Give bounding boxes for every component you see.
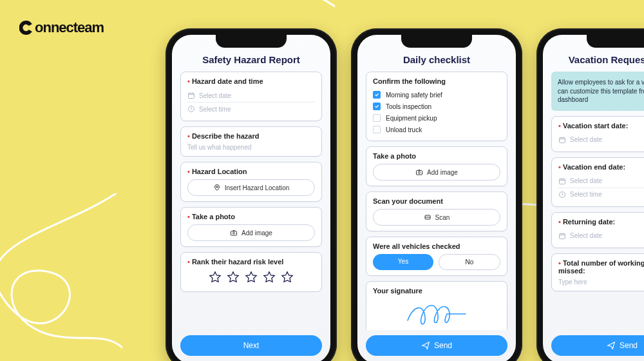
confirm-label: Confirm the following xyxy=(373,77,500,85)
end-date-input[interactable]: Select date xyxy=(558,175,644,188)
photo-label: Take a photo xyxy=(373,152,500,160)
star-rating[interactable] xyxy=(187,269,315,286)
add-image-button[interactable]: Add image xyxy=(187,224,315,241)
checkbox-icon xyxy=(373,102,381,110)
end-time-placeholder: Select time xyxy=(570,191,601,198)
field-label-hazard-datetime: Hazard date and time xyxy=(187,77,315,85)
camera-icon xyxy=(230,229,238,237)
checkbox-label: Equipment pickup xyxy=(386,115,437,122)
add-image-label: Add image xyxy=(427,169,458,176)
phone-notch xyxy=(587,35,644,48)
checkbox-icon xyxy=(373,91,381,99)
phone-vacation-request: Vacation Request Form Allow employees to… xyxy=(536,28,644,361)
phone-notch xyxy=(401,35,472,48)
checkbox-morning-brief[interactable]: Morning safety brief xyxy=(373,89,500,101)
end-time-input[interactable]: Select time xyxy=(558,188,644,201)
checkbox-tools-inspection[interactable]: Tools inspection xyxy=(373,101,500,112)
start-date-input[interactable]: Select date xyxy=(558,133,644,146)
page-title: Safety Hazard Report xyxy=(180,54,322,65)
svg-point-3 xyxy=(216,186,218,188)
scan-btn-label: Scan xyxy=(435,214,450,221)
start-date-label: Vacation start date: xyxy=(558,122,644,130)
svg-rect-4 xyxy=(231,231,237,236)
calendar-icon xyxy=(558,136,566,144)
send-button[interactable]: Send xyxy=(551,335,644,356)
send-icon xyxy=(421,341,430,350)
next-button[interactable]: Next xyxy=(180,335,322,356)
start-date-placeholder: Select date xyxy=(570,136,602,143)
select-date-placeholder: Select date xyxy=(199,92,231,99)
camera-icon xyxy=(415,168,423,176)
star-icon[interactable] xyxy=(227,271,240,284)
return-date-placeholder: Select date xyxy=(570,232,602,239)
checkbox-icon xyxy=(373,114,381,122)
signature-label: Your signature xyxy=(373,287,500,295)
location-input[interactable]: Insert Hazard Location xyxy=(187,179,315,196)
yes-button[interactable]: Yes xyxy=(373,254,433,270)
field-label-describe: Describe the hazard xyxy=(187,132,315,140)
svg-rect-12 xyxy=(560,233,565,239)
scan-icon xyxy=(424,213,431,221)
days-missed-label: Total number of working days missed: xyxy=(558,259,644,275)
checkbox-label: Morning safety brief xyxy=(386,92,442,99)
select-date-input[interactable]: Select date xyxy=(187,89,315,102)
svg-text:onnecteam: onnecteam xyxy=(35,19,104,35)
describe-input[interactable]: Tell us what happened xyxy=(187,144,315,151)
bg-ribbon-left xyxy=(0,193,122,361)
page-title: Daily checklist xyxy=(366,54,507,65)
svg-rect-10 xyxy=(560,179,565,184)
phone-safety-hazard: Safety Hazard Report Hazard date and tim… xyxy=(166,28,337,361)
svg-point-5 xyxy=(233,232,235,234)
svg-rect-1 xyxy=(189,93,194,99)
return-date-input[interactable]: Select date xyxy=(558,229,644,242)
location-placeholder: Insert Hazard Location xyxy=(225,184,290,191)
select-time-placeholder: Select time xyxy=(199,106,231,113)
send-button[interactable]: Send xyxy=(366,335,507,356)
clock-icon xyxy=(558,191,566,199)
days-missed-input[interactable]: Type here xyxy=(558,278,644,286)
add-image-label: Add image xyxy=(242,229,272,237)
svg-rect-9 xyxy=(560,137,565,142)
page-title: Vacation Request Form xyxy=(551,54,644,65)
no-button[interactable]: No xyxy=(439,254,500,270)
scan-label: Scan your document xyxy=(373,197,500,205)
calendar-icon xyxy=(558,232,566,240)
checkbox-unload-truck[interactable]: Unload truck xyxy=(373,124,500,135)
star-icon[interactable] xyxy=(245,271,258,284)
checkbox-equipment-pickup[interactable]: Equipment pickup xyxy=(373,112,500,124)
checkbox-label: Tools inspection xyxy=(386,103,431,110)
checkbox-icon xyxy=(373,126,381,133)
field-label-location: Hazard Location xyxy=(187,168,315,175)
field-label-rank: Rank their hazard risk level xyxy=(187,258,315,266)
calendar-icon xyxy=(558,177,566,185)
brand-logo: onnecteam xyxy=(19,18,135,37)
scan-button[interactable]: Scan xyxy=(373,209,500,226)
return-date-label: Returning date: xyxy=(558,218,644,226)
vehicles-label: Were all vehicles checked xyxy=(373,242,500,250)
signature-pad[interactable] xyxy=(373,298,500,329)
clock-icon xyxy=(187,105,195,113)
field-label-photo: Take a photo xyxy=(187,213,315,220)
phone-notch xyxy=(216,35,287,48)
star-icon[interactable] xyxy=(263,271,276,284)
end-date-placeholder: Select date xyxy=(570,177,602,184)
pin-icon xyxy=(213,184,221,191)
end-date-label: Vacation end date: xyxy=(558,163,644,171)
checkbox-label: Unload truck xyxy=(386,126,422,133)
star-icon[interactable] xyxy=(281,271,294,284)
svg-rect-6 xyxy=(417,171,422,175)
phone-daily-checklist: Daily checklist Confirm the following Mo… xyxy=(351,28,522,361)
select-time-input[interactable]: Select time xyxy=(187,102,315,115)
star-icon[interactable] xyxy=(209,271,222,284)
send-icon xyxy=(607,341,616,350)
calendar-icon xyxy=(187,92,195,99)
info-banner: Allow employees to ask for a vacation. Y… xyxy=(551,72,644,111)
svg-point-7 xyxy=(419,171,421,173)
add-image-button[interactable]: Add image xyxy=(373,164,500,180)
